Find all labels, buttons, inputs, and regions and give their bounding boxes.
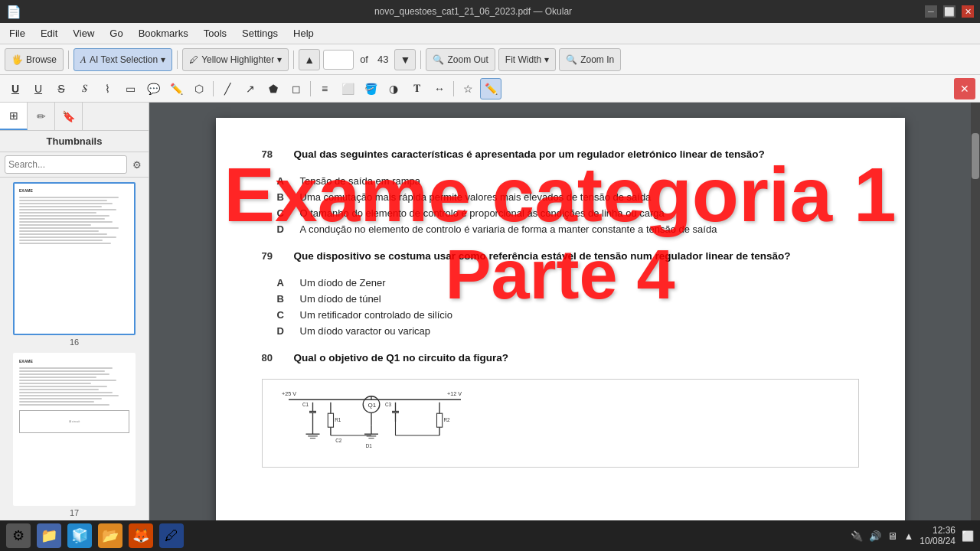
pdf-scroll[interactable]: Exame categoria 1 Parte 4 78 Qual das se… [149,103,971,520]
scrollbar[interactable] [971,103,980,520]
menu-help[interactable]: Help [287,26,320,41]
svg-text:R2: R2 [443,417,450,422]
menu-file[interactable]: File [3,26,31,41]
browse-icon: 🖐 [11,54,23,65]
question-78-option-a: A Tensão de saída em rampa [262,175,859,187]
svg-text:D1: D1 [365,443,372,448]
text-selection-button[interactable]: 𝐴 AI Text Selection ▾ [74,48,172,71]
bucket-button[interactable]: 🪣 [360,78,381,99]
shape-button[interactable]: ⬜ [337,78,358,99]
menu-view[interactable]: View [67,26,100,41]
scroll-thumb[interactable] [972,133,979,179]
sidebar-title: Thumbnails [0,131,149,152]
underline-button[interactable]: U [5,78,26,99]
system-tray-icon[interactable]: ▲ [903,530,913,542]
zoom-in-button[interactable]: 🔍 Zoom In [559,48,621,71]
titlebar: 📄 novo_questoes_cat1_21_06_2023.pdf — Ok… [0,0,980,23]
thumbnail-tab[interactable]: ⊞ [0,103,28,130]
align-button[interactable]: ≡ [314,78,335,99]
strikethrough-button[interactable]: S [51,78,72,99]
separator-4 [420,51,421,69]
page-total: 43 [374,54,391,65]
thumbnail-page-17[interactable]: EXAME [5,353,144,517]
minimize-button[interactable]: ─ [925,5,937,18]
eraser-button[interactable]: ◻ [286,78,307,99]
line-button[interactable]: ╱ [217,78,238,99]
display-icon[interactable]: 🖥 [887,530,897,542]
menu-go[interactable]: Go [103,26,129,41]
opacity-button[interactable]: ◑ [383,78,404,99]
star-button[interactable]: ☆ [457,78,479,99]
question-79-option-a: A Um díodo de Zener [262,277,859,289]
thumb-content-16: EXAME [15,184,134,334]
arrow-button[interactable]: ↗ [240,78,261,99]
highlight-button[interactable]: ⬡ [188,78,210,99]
menu-edit[interactable]: Edit [34,26,64,41]
question-79: 79 Que dispositivo se costuma usar como … [262,250,859,337]
close-button[interactable]: ✕ [962,5,974,18]
note-button[interactable]: 💬 [142,78,164,99]
taskbar-icon-editor[interactable]: 🖊 [159,523,184,548]
question-80-number: 80 [262,352,285,364]
close-annotation-button[interactable]: ✕ [954,78,975,99]
taskbar-icon-store[interactable]: 🧊 [67,523,92,548]
star-icon: ☆ [463,83,473,95]
screen-icon[interactable]: ⬜ [962,530,974,542]
menu-settings[interactable]: Settings [236,26,284,41]
underline-style-icon: U [34,83,42,95]
annotation-tab[interactable]: ✏ [28,103,55,130]
dropdown-arrow-icon: ▾ [161,54,165,65]
menu-bookmarks[interactable]: Bookmarks [132,26,194,41]
caret-button[interactable]: ⌇ [96,78,118,99]
option-78-c-text: O tamanho do elemento de controlo é prop… [300,207,665,219]
highlighter-button[interactable]: 🖊 Yellow Highlighter ▾ [182,48,289,71]
bookmark-tab[interactable]: 🔖 [55,103,83,130]
restore-button[interactable]: ⬜ [943,5,956,18]
network-icon[interactable]: 🔌 [851,530,863,542]
note-icon: 💬 [147,83,160,95]
zoom-out-button[interactable]: 🔍 Zoom Out [426,48,495,71]
taskbar-icon-explorer[interactable]: 📂 [98,523,122,548]
question-78-header: 78 Qual das seguintes características é … [262,148,859,168]
taskbar: ⚙ 📁 🧊 📂 🦊 🖊 🔌 🔊 🖥 ▲ 12:36 10/08/24 ⬜ [0,520,980,551]
freehand-button[interactable]: ✏️ [165,78,187,99]
question-79-text: Que dispositivo se costuma usar como ref… [294,250,791,262]
menu-tools[interactable]: Tools [198,26,233,41]
next-page-button[interactable]: ▼ [394,49,416,70]
font-button[interactable]: 𝐓 [406,78,427,99]
thumbnail-page-16[interactable]: EXAME [5,182,144,347]
strikethrough2-button[interactable]: 𝑆̶ [74,78,95,99]
page-number-input[interactable]: 16 [323,50,354,70]
question-80-header: 80 Qual o objetivo de Q1 no circuito da … [262,352,859,371]
fit-dropdown-icon: ▾ [544,54,549,65]
underline-style-button[interactable]: U [28,78,49,99]
taskbar-icon-files[interactable]: 📁 [37,523,61,548]
active-tool-icon: ✏️ [485,83,498,95]
taskbar-clock: 12:36 10/08/24 [920,525,956,546]
svg-rect-15 [328,413,333,427]
question-78-option-d: D A condução no elemento de controlo é v… [262,223,859,235]
date-display: 10/08/24 [920,536,956,546]
question-78-number: 78 [262,148,285,160]
opacity-icon: ◑ [389,83,398,95]
search-input[interactable] [5,155,127,174]
resize-icon: ↔ [434,83,445,95]
taskbar-icon-browser[interactable]: 🦊 [129,523,153,548]
prev-page-button[interactable]: ▲ [299,49,320,70]
thumbnails-list: EXAME [0,178,149,520]
zoom-in-icon: 🔍 [566,54,577,65]
option-79-c-letter: C [277,309,292,321]
filter-button[interactable]: ⚙ [130,156,144,173]
resize-button[interactable]: ↔ [429,78,450,99]
thumb-content-17: EXAME [15,354,134,504]
fit-width-button[interactable]: Fit Width ▾ [498,48,556,71]
thumbnail-page-number-16: 16 [70,337,79,347]
volume-icon[interactable]: 🔊 [869,530,881,542]
option-78-d-text: A condução no elemento de controlo é var… [300,223,717,235]
option-79-d-letter: D [277,325,292,337]
active-tool-button[interactable]: ✏️ [480,78,501,99]
browse-button[interactable]: 🖐 Browse [5,48,64,71]
taskbar-icon-settings[interactable]: ⚙ [6,523,31,548]
color-fill-button[interactable]: ⬟ [263,78,284,99]
text-box-button[interactable]: ▭ [119,78,141,99]
